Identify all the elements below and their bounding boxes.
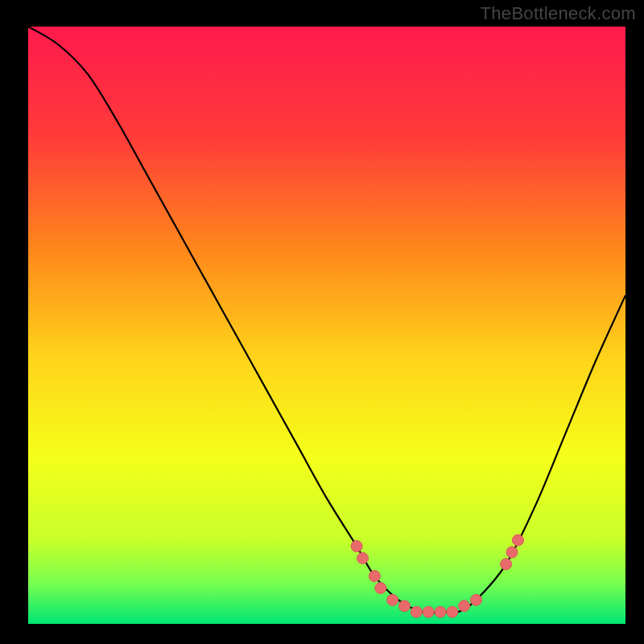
data-marker [357, 552, 369, 564]
data-marker [501, 559, 512, 570]
data-marker [506, 547, 518, 558]
data-marker [447, 606, 458, 617]
chart-container: TheBottleneck.com [0, 0, 644, 644]
data-marker [471, 594, 482, 605]
data-marker [369, 571, 380, 582]
data-marker [435, 606, 446, 617]
data-marker [423, 606, 434, 617]
data-marker [375, 582, 386, 593]
data-marker [411, 606, 422, 617]
data-marker [459, 601, 470, 612]
chart-svg [0, 0, 644, 644]
data-marker [512, 535, 523, 546]
data-marker [351, 541, 362, 552]
plot-area [28, 27, 625, 624]
data-marker [387, 594, 398, 605]
data-marker [398, 601, 410, 612]
